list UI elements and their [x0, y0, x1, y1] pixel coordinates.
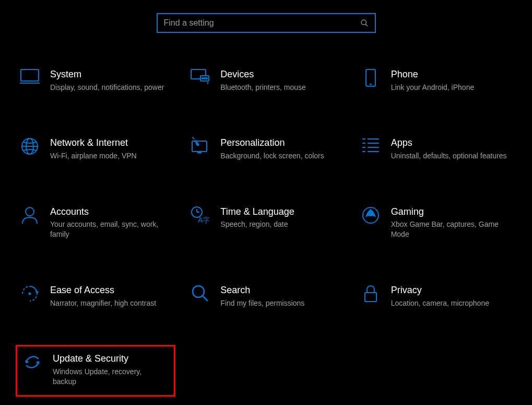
tile-desc: Wi-Fi, airplane mode, VPN	[50, 151, 167, 161]
tile-gaming[interactable]: Gaming Xbox Game Bar, captures, Game Mod…	[357, 202, 516, 244]
tile-update-security[interactable]: Update & Security Windows Update, recove…	[16, 345, 175, 396]
phone-icon	[360, 68, 382, 90]
tile-ease-of-access[interactable]: Ease of Access Narrator, magnifier, high…	[16, 280, 175, 312]
tile-desc: Speech, region, date	[220, 219, 337, 229]
tile-desc: Display, sound, notifications, power	[50, 83, 167, 92]
tile-title: Search	[220, 284, 337, 296]
tile-title: Ease of Access	[50, 284, 167, 296]
tile-phone[interactable]: Phone Link your Android, iPhone	[357, 64, 516, 96]
time-language-icon: A字	[189, 206, 211, 228]
tile-desc: Your accounts, email, sync, work, family	[50, 219, 167, 239]
tile-desc: Windows Update, recovery, backup	[53, 367, 164, 387]
tile-title: Phone	[391, 68, 508, 80]
tile-title: Accounts	[50, 206, 167, 218]
tile-title: System	[50, 68, 167, 80]
search-icon	[360, 19, 369, 27]
svg-point-7	[204, 78, 205, 79]
tile-personalization[interactable]: Personalization Background, lock screen,…	[186, 133, 346, 165]
svg-text:A字: A字	[198, 216, 209, 224]
svg-point-34	[193, 286, 204, 297]
tile-time-language[interactable]: A字 Time & Language Speech, region, date	[186, 202, 346, 244]
devices-icon	[189, 68, 211, 90]
update-security-icon	[21, 353, 43, 375]
tile-title: Apps	[391, 137, 508, 149]
search-box[interactable]	[157, 13, 376, 33]
svg-point-0	[361, 20, 366, 25]
svg-line-35	[203, 296, 208, 301]
tile-desc: Narrator, magnifier, high contrast	[50, 298, 167, 308]
tile-desc: Xbox Game Bar, captures, Game Mode	[391, 219, 508, 239]
tile-title: Personalization	[220, 137, 337, 149]
tile-search[interactable]: Search Find my files, permissions	[186, 280, 346, 312]
globe-icon	[19, 137, 41, 159]
tile-privacy[interactable]: Privacy Location, camera, microphone	[357, 280, 516, 312]
svg-rect-2	[21, 70, 39, 81]
tile-title: Devices	[220, 68, 337, 80]
svg-rect-15	[192, 141, 207, 152]
search-input[interactable]	[164, 18, 360, 28]
tile-accounts[interactable]: Accounts Your accounts, email, sync, wor…	[16, 202, 175, 244]
svg-point-33	[29, 293, 31, 295]
tile-system[interactable]: System Display, sound, notifications, po…	[16, 64, 175, 96]
tile-desc: Link your Android, iPhone	[391, 83, 508, 92]
tile-title: Update & Security	[53, 353, 164, 365]
tile-devices[interactable]: Devices Bluetooth, printers, mouse	[186, 64, 346, 96]
ease-of-access-icon	[19, 284, 41, 306]
svg-point-6	[202, 78, 203, 79]
tile-title: Time & Language	[220, 206, 337, 218]
accounts-icon	[19, 206, 41, 228]
tile-apps[interactable]: Apps Uninstall, defaults, optional featu…	[357, 133, 516, 165]
search-category-icon	[189, 284, 211, 306]
tile-desc: Location, camera, microphone	[391, 298, 508, 308]
tile-desc: Background, lock screen, colors	[220, 151, 337, 161]
tile-title: Network & Internet	[50, 137, 167, 149]
svg-line-1	[365, 24, 368, 26]
svg-point-8	[206, 78, 207, 79]
svg-marker-32	[35, 292, 39, 294]
svg-line-17	[192, 137, 194, 139]
system-icon	[19, 68, 41, 90]
apps-icon	[360, 137, 382, 159]
svg-rect-36	[365, 293, 376, 302]
tile-title: Gaming	[391, 206, 508, 218]
tile-desc: Find my files, permissions	[220, 298, 337, 308]
tile-desc: Bluetooth, printers, mouse	[220, 83, 337, 92]
tile-network[interactable]: Network & Internet Wi-Fi, airplane mode,…	[16, 133, 175, 165]
tile-title: Privacy	[391, 284, 508, 296]
privacy-icon	[360, 284, 382, 306]
svg-point-26	[26, 207, 34, 216]
personalization-icon	[189, 137, 211, 159]
settings-grid: System Display, sound, notifications, po…	[0, 64, 532, 397]
gaming-icon	[360, 206, 382, 228]
tile-desc: Uninstall, defaults, optional features	[391, 151, 508, 161]
search-wrap	[0, 0, 532, 64]
